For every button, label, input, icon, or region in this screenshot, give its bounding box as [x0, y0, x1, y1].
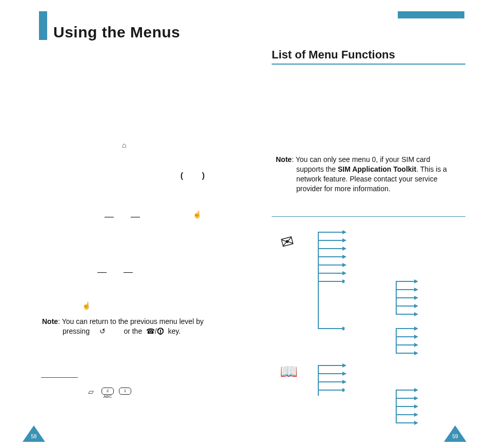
paren-close: ) [202, 171, 205, 180]
page-number-right-text: 59 [449, 434, 461, 439]
note-right: Note: You can only see menu 0, if your S… [276, 155, 460, 194]
note-left-line2a: pressing [63, 327, 90, 335]
note-left-line2c: key. [168, 327, 181, 335]
dash-pair-2: — — [97, 267, 140, 277]
accent-bar-top-right [398, 11, 464, 18]
note-left: Note: You can return to the previous men… [42, 317, 237, 336]
note-right-line1: : You can only see menu 0, if your SIM c… [292, 155, 430, 164]
section-heading: List of Menu Functions [272, 48, 395, 62]
page-title: Using the Menus [53, 24, 180, 41]
note-label-r: Note [276, 155, 292, 164]
phonebook-icon: 📖 [280, 363, 298, 380]
hand-icon-2: ☝ [82, 301, 91, 310]
tree-top-rule [272, 216, 465, 217]
note-right-line4: provider for more information. [276, 184, 460, 194]
note-right-bold: SIM Application Toolkit [338, 165, 416, 173]
tree-vline [318, 232, 319, 329]
note-right-line2: supports the SIM Application Toolkit. Th… [276, 165, 460, 174]
soft-key-icon: ▱ [88, 388, 94, 396]
menu-tree-diagram: ✉ 📖 [277, 228, 466, 433]
phone-power-icon: ☎/⏼ [146, 327, 164, 335]
key-1: 1 [119, 388, 131, 395]
hand-icon: ☝ [193, 210, 201, 218]
page-number-left-text: 58 [28, 434, 40, 439]
footnote-rule [41, 377, 78, 378]
note-left-line2: pressing ↺ or the ☎/⏼ key. [42, 327, 237, 336]
note-right-line2b: . This is a [416, 165, 447, 173]
key-2: 2 ABC [101, 388, 114, 395]
envelope-icon: ✉ [279, 231, 296, 252]
back-icon: ↺ [99, 327, 106, 335]
note-right-line2a: supports the [296, 165, 338, 173]
paren-open: ( [180, 171, 183, 180]
section-underline [272, 64, 465, 65]
note-label: Note [42, 317, 58, 325]
note-right-line3: network feature. Please contact your ser… [276, 174, 460, 184]
page-spread: Using the Menus List of Menu Functions ⌂… [0, 0, 489, 448]
note-left-line1: : You can return to the previous menu le… [58, 317, 203, 325]
dash-pair-1: — — [105, 211, 147, 222]
page-number-right: 59 [444, 425, 466, 442]
note-left-line2b: or the [124, 327, 142, 335]
accent-bar-top-left [39, 11, 47, 40]
home-icon: ⌂ [122, 141, 126, 149]
page-number-left: 58 [23, 425, 45, 442]
